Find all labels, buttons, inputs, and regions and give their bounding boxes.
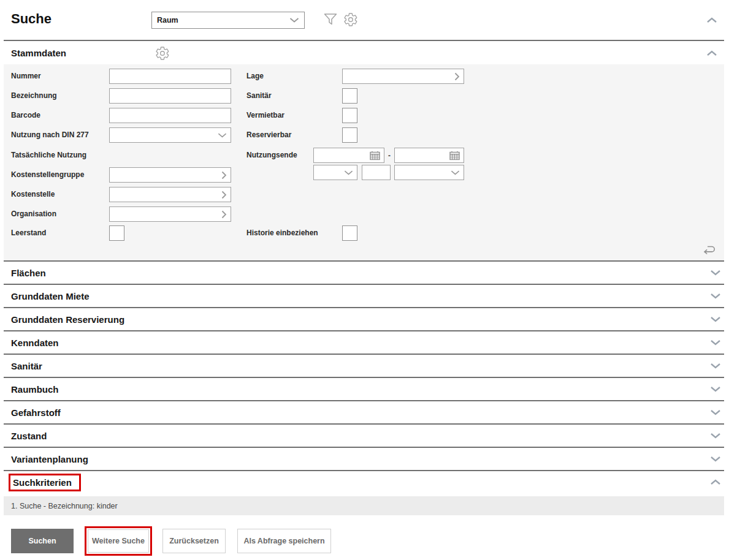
stammdaten-collapse-chevron-up-icon[interactable] <box>706 49 718 58</box>
search-criteria-text: 1. Suche - Bezeichnung: kinder <box>11 502 118 510</box>
section-header-sanitaer[interactable]: Sanitär <box>4 354 724 377</box>
header-toolbar <box>323 12 359 28</box>
bezeichnung-label: Bezeichnung <box>11 91 57 100</box>
chevron-down-icon[interactable] <box>709 408 722 417</box>
vermietbar-checkbox[interactable] <box>342 108 357 123</box>
als-abfrage-speichern-button[interactable]: Als Abfrage speichern <box>237 529 331 553</box>
vermietbar-label: Vermietbar <box>246 111 284 119</box>
section-header-grunddaten-miete[interactable]: Grunddaten Miete <box>4 284 724 307</box>
chevron-down-icon <box>451 170 460 175</box>
calendar-icon <box>449 151 460 160</box>
header-collapse-chevron-up-icon[interactable] <box>706 16 718 25</box>
chevron-down-icon[interactable] <box>709 292 722 300</box>
chevron-right-icon <box>221 191 227 199</box>
undo-icon[interactable] <box>701 243 717 257</box>
reservierbar-label: Reservierbar <box>246 131 291 139</box>
entity-type-select[interactable]: Raum <box>151 12 305 29</box>
chevron-down-icon[interactable] <box>709 385 722 393</box>
zuruecksetzen-button[interactable]: Zurücksetzen <box>162 529 226 553</box>
filter-icon[interactable] <box>323 12 338 28</box>
annotation-red-box: Suchkriterien <box>9 474 81 491</box>
gear-icon[interactable] <box>343 12 359 28</box>
gear-icon[interactable] <box>155 45 170 61</box>
barcode-label: Barcode <box>11 111 40 119</box>
leerstand-checkbox[interactable] <box>109 225 124 241</box>
reservierbar-checkbox[interactable] <box>342 127 357 143</box>
lage-picker[interactable] <box>342 69 464 84</box>
nutzung-din277-select[interactable] <box>109 127 231 143</box>
chevron-up-icon[interactable] <box>709 478 722 486</box>
section-header-stammdaten[interactable]: Stammdaten <box>4 42 724 64</box>
page-title: Suche <box>11 11 52 27</box>
entity-type-select-value: Raum <box>157 16 178 25</box>
nutzung-din277-label: Nutzung nach DIN 277 <box>11 131 89 139</box>
chevron-down-icon[interactable] <box>709 431 722 440</box>
chevron-down-icon[interactable] <box>709 338 722 347</box>
bezeichnung-input[interactable] <box>109 88 231 104</box>
chevron-right-icon <box>454 72 460 81</box>
kostenstellengruppe-picker[interactable] <box>109 167 231 183</box>
kostenstelle-label: Kostenstelle <box>11 190 55 199</box>
kostenstelle-picker[interactable] <box>109 187 231 202</box>
sanitaer-checkbox[interactable] <box>342 88 357 104</box>
kostenstellengruppe-label: Kostenstellengruppe <box>11 170 84 179</box>
search-page: Suche Raum Stammdaten <box>0 0 729 560</box>
barcode-input[interactable] <box>109 108 231 123</box>
page-header: Suche Raum <box>4 0 724 41</box>
organisation-picker[interactable] <box>109 206 231 222</box>
section-header-variantenplanung[interactable]: Variantenplanung <box>4 447 724 470</box>
chevron-down-icon[interactable] <box>709 361 722 370</box>
calendar-icon <box>370 151 380 160</box>
tatsaechliche-nutzung-label: Tatsächliche Nutzung <box>11 151 86 159</box>
nummer-input[interactable] <box>109 69 231 84</box>
organisation-label: Organisation <box>11 210 56 218</box>
nummer-label: Nummer <box>11 72 41 80</box>
chevron-right-icon <box>221 210 227 219</box>
date-range-separator: - <box>388 151 391 160</box>
nutzungsende-unit-select-from[interactable] <box>313 165 357 180</box>
nutzungsende-label: Nutzungsende <box>246 151 297 159</box>
historie-einbeziehen-label: Historie einbeziehen <box>246 229 318 237</box>
section-header-zustand[interactable]: Zustand <box>4 423 724 447</box>
suchen-button[interactable]: Suchen <box>11 529 74 553</box>
stammdaten-form: Nummer Bezeichnung Barcode Nutzung nach … <box>4 64 724 260</box>
section-header-suchkriterien[interactable]: Suchkriterien <box>4 470 724 493</box>
annotation-red-box: Weitere Suche <box>85 526 152 556</box>
section-header-kenndaten[interactable]: Kenndaten <box>4 330 724 354</box>
section-header-grunddaten-reservierung[interactable]: Grunddaten Reservierung <box>4 307 724 330</box>
section-header-gefahrstoff[interactable]: Gefahrstoff <box>4 400 724 423</box>
search-criteria-item: 1. Suche - Bezeichnung: kinder <box>4 496 724 515</box>
chevron-down-icon[interactable] <box>709 268 722 277</box>
sanitaer-label: Sanitär <box>246 91 272 100</box>
nutzungsende-value-input[interactable] <box>362 165 391 180</box>
chevron-down-icon <box>218 132 227 138</box>
chevron-down-icon <box>289 18 299 23</box>
chevron-down-icon[interactable] <box>709 455 722 463</box>
section-header-flaechen[interactable]: Flächen <box>4 260 724 284</box>
leerstand-label: Leerstand <box>11 229 46 237</box>
section-title: Stammdaten <box>11 48 66 58</box>
nutzungsende-to-date-input[interactable] <box>394 148 464 163</box>
weitere-suche-button[interactable]: Weitere Suche <box>88 529 149 553</box>
section-header-raumbuch[interactable]: Raumbuch <box>4 377 724 400</box>
chevron-down-icon <box>344 170 353 175</box>
nutzungsende-from-date-input[interactable] <box>313 148 384 163</box>
nutzungsende-unit-select-to[interactable] <box>394 165 464 180</box>
historie-einbeziehen-checkbox[interactable] <box>342 225 357 241</box>
lage-label: Lage <box>246 72 264 80</box>
chevron-right-icon <box>221 171 227 180</box>
chevron-down-icon[interactable] <box>709 315 722 324</box>
